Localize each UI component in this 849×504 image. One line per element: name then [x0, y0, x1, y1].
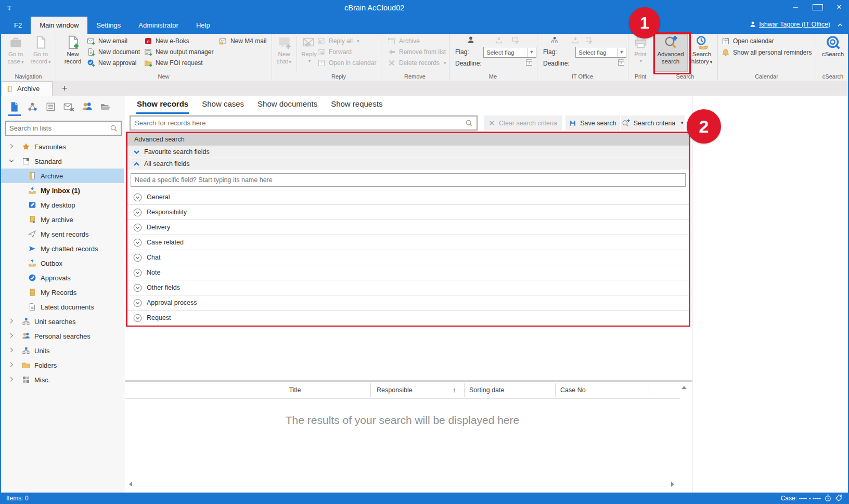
expand-section-icon[interactable] — [133, 314, 142, 322]
sidebar-item-folders[interactable]: Folders — [1, 358, 124, 372]
section-delivery[interactable]: Delivery — [127, 220, 689, 235]
sidebar-item-my-desktop[interactable]: My desktop — [1, 198, 124, 212]
new-output-manager-button[interactable]: New output manager — [144, 47, 213, 57]
archive-button[interactable]: Archive — [388, 36, 420, 46]
sidebar-item-approvals[interactable]: Approvals — [1, 270, 124, 285]
menu-tab-main-window[interactable]: Main window — [31, 17, 87, 34]
quick-access-icon[interactable] — [6, 4, 12, 14]
section-other-fields[interactable]: Other fields — [127, 280, 689, 295]
sidebar-item-outbox[interactable]: Outbox — [1, 256, 124, 270]
menu-tab-settings[interactable]: Settings — [87, 17, 130, 34]
edit-flag-icon[interactable] — [511, 36, 520, 44]
menu-tab-administrator[interactable]: Administrator — [130, 17, 187, 34]
column-header-case-no[interactable]: Case No — [560, 386, 623, 394]
sort-ascending-icon[interactable]: ↑ — [453, 386, 456, 394]
it-flag-select[interactable]: Select flag▼ — [575, 47, 626, 58]
expand-section-icon[interactable] — [133, 193, 142, 202]
chevron-right-icon[interactable] — [1, 347, 22, 355]
chevron-right-icon[interactable] — [1, 143, 22, 151]
section-approval-process[interactable]: Approval process — [127, 295, 689, 311]
all-search-fields-toggle[interactable]: All search fields — [127, 158, 689, 170]
sidebar-item-my-chatted-records[interactable]: My chatted records — [1, 241, 124, 256]
reply-all-button[interactable]: Reply all▾ — [317, 36, 359, 46]
chevron-right-icon[interactable] — [1, 376, 22, 384]
me-deadline-picker-icon[interactable]: 7 — [525, 58, 533, 67]
scroll-up-icon[interactable] — [681, 386, 687, 389]
expand-section-icon[interactable] — [133, 223, 142, 232]
column-header-responsible[interactable]: Responsible — [377, 386, 444, 394]
delete-records-button[interactable]: Delete records▾ — [388, 58, 446, 68]
chevron-right-icon[interactable] — [1, 318, 22, 326]
tab-archive[interactable]: Archive — [1, 81, 53, 96]
minimize-icon[interactable]: ─ — [791, 3, 800, 12]
chevron-right-icon[interactable] — [1, 332, 22, 340]
column-divider[interactable] — [555, 383, 556, 397]
reply-button[interactable]: Reply▾ — [299, 35, 319, 63]
forward-button[interactable]: Forward — [317, 47, 352, 57]
horizontal-scrollbar[interactable] — [137, 486, 669, 486]
save-search-button[interactable]: Save search — [565, 115, 620, 131]
new-chat-button[interactable]: New chat▾ — [273, 35, 295, 65]
sidebar-item-my-inbox-1[interactable]: My inbox (1) — [1, 183, 124, 198]
stopwatch-icon[interactable] — [824, 494, 832, 502]
it-deadline-picker-icon[interactable]: 7 — [617, 58, 625, 67]
section-request[interactable]: Request — [127, 311, 689, 326]
scroll-left-icon[interactable] — [129, 482, 132, 487]
section-chat[interactable]: Chat — [127, 250, 689, 265]
tab-show-records[interactable]: Show records — [136, 96, 189, 114]
save-flag-icon[interactable] — [571, 36, 580, 44]
new-email-button[interactable]: New email — [87, 36, 127, 46]
menu-tab-f2[interactable]: F2 — [5, 17, 31, 34]
sidebar-item-misc[interactable]: Misc. — [1, 372, 124, 387]
sidebar-item-archive[interactable]: Archive — [1, 169, 124, 183]
sidebar-search-box[interactable] — [5, 121, 122, 136]
new-foi-request-button[interactable]: New FOI request — [144, 58, 203, 68]
field-search-box[interactable] — [131, 173, 686, 187]
sidebar-item-unit-searches[interactable]: Unit searches — [1, 314, 124, 329]
expand-section-icon[interactable] — [133, 253, 142, 262]
mail-view[interactable] — [63, 101, 75, 114]
sidebar-search-input[interactable] — [6, 124, 110, 132]
tag-icon[interactable] — [835, 494, 843, 502]
remove-from-list-button[interactable]: Remove from list — [388, 47, 446, 57]
folders-view[interactable] — [99, 101, 112, 114]
collapse-ribbon-icon[interactable] — [837, 21, 844, 31]
maximize-icon[interactable] — [813, 3, 822, 12]
section-case-related[interactable]: Case related — [127, 235, 689, 250]
clear-search-criteria-button[interactable]: Clear search criteria — [484, 115, 562, 131]
goto-record-button[interactable]: Go to record▾ — [28, 35, 53, 65]
sidebar-item-units[interactable]: Units — [1, 343, 124, 358]
column-divider[interactable] — [370, 383, 371, 397]
tab-show-documents[interactable]: Show documents — [257, 96, 318, 114]
column-header-title[interactable]: Title — [220, 386, 370, 394]
save-flag-icon[interactable] — [495, 36, 503, 44]
sidebar-item-standard[interactable]: Standard — [1, 154, 124, 169]
section-general[interactable]: General — [127, 190, 689, 205]
user-name[interactable]: Ishwar Tagore (IT Office) — [759, 21, 830, 28]
search-history-button[interactable]: Search history▾ — [688, 35, 715, 65]
chevron-right-icon[interactable] — [1, 361, 22, 369]
lists-view[interactable] — [45, 101, 57, 114]
expand-section-icon[interactable] — [133, 238, 142, 247]
menu-tab-help[interactable]: Help — [187, 17, 219, 34]
show-reminders-button[interactable]: Show all personal reminders — [722, 48, 812, 57]
new-m4-mail-button[interactable]: New M4 mail — [219, 36, 266, 46]
records-search-input[interactable] — [131, 119, 465, 127]
section-note[interactable]: Note — [127, 265, 689, 280]
print-button[interactable]: Print▾ — [629, 35, 651, 63]
section-responsibility[interactable]: Responsibility — [127, 205, 689, 220]
search-criteria-button[interactable]: Search criteria▼ — [621, 115, 685, 131]
field-search-input[interactable] — [131, 176, 685, 184]
expand-section-icon[interactable] — [133, 283, 142, 292]
edit-flag-icon[interactable] — [585, 36, 593, 44]
sidebar-item-my-archive[interactable]: My archive — [1, 212, 124, 227]
expand-section-icon[interactable] — [133, 268, 142, 277]
open-calendar-button[interactable]: 7Open calendar — [722, 36, 774, 46]
column-divider[interactable] — [649, 383, 649, 397]
cases-view[interactable] — [27, 101, 39, 114]
sidebar-item-personal-searches[interactable]: Personal searches — [1, 329, 124, 343]
new-record-button[interactable]: New record — [61, 35, 85, 65]
scroll-right-icon[interactable] — [671, 482, 674, 487]
sidebar-item-latest-documents[interactable]: Latest documents — [1, 300, 124, 314]
goto-case-button[interactable]: Go to case▾ — [4, 35, 27, 65]
